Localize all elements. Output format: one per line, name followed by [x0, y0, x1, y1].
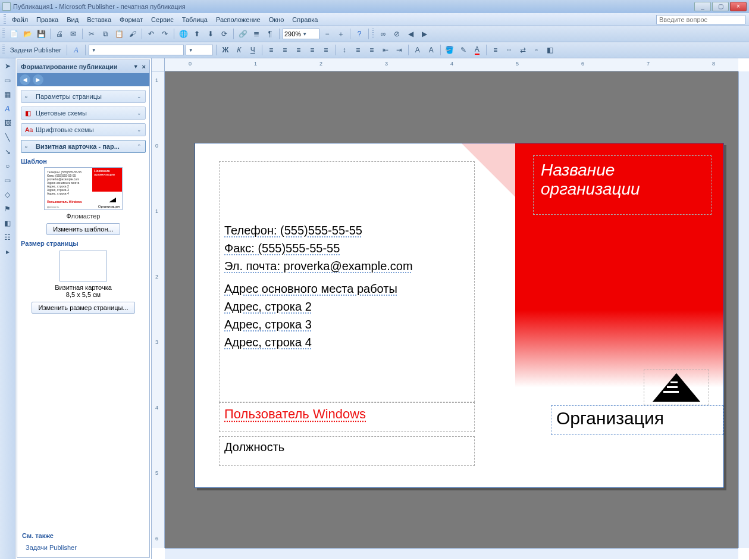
logo-frame[interactable] — [644, 370, 709, 405]
vertical-ruler[interactable]: 1 0 1 2 3 4 5 6 — [152, 71, 165, 548]
menu-view[interactable]: Вид — [63, 15, 82, 24]
grip-handle[interactable] — [2, 45, 5, 55]
picture-tool[interactable]: 🖼 — [2, 118, 13, 129]
org-caption-frame[interactable]: Организация — [551, 405, 723, 435]
rotate-button[interactable]: ⟳ — [218, 28, 230, 40]
justify-button[interactable]: ≡ — [306, 44, 318, 56]
oval-tool[interactable]: ○ — [2, 161, 13, 171]
rectangle-tool[interactable]: ▭ — [2, 175, 13, 186]
change-template-button[interactable]: Изменить шаблон... — [46, 223, 120, 235]
line-tool[interactable]: ╲ — [2, 132, 13, 143]
arrow-tool[interactable]: ↘ — [2, 146, 13, 157]
open-button[interactable]: 📂 — [21, 28, 33, 40]
org-name-frame[interactable]: Название организации — [533, 155, 712, 215]
columns-button[interactable]: ≣ — [250, 28, 262, 40]
cut-button[interactable]: ✂ — [86, 28, 98, 40]
minimize-button[interactable]: _ — [694, 2, 711, 11]
special-chars-button[interactable]: ¶ — [264, 28, 276, 40]
align-center-button[interactable]: ≡ — [279, 44, 291, 56]
arrow-style-button[interactable]: ⇄ — [517, 44, 529, 56]
line-spacing-button[interactable]: ↕ — [339, 44, 350, 56]
page-size-preview[interactable] — [59, 251, 107, 281]
underline-button[interactable]: Ч — [247, 44, 259, 56]
more-tools[interactable]: ▸ — [2, 246, 13, 257]
bookmark-tool[interactable]: ⚑ — [2, 204, 13, 214]
align-left-button[interactable]: ≡ — [265, 44, 277, 56]
new-button[interactable]: 📄 — [8, 28, 20, 40]
font-size-combo[interactable]: ▼ — [186, 45, 213, 55]
increase-font-button[interactable]: A — [425, 44, 437, 56]
section-business-card[interactable]: ▫Визитная карточка - пар...⌃ — [21, 140, 146, 153]
design-gallery-tool[interactable]: ◧ — [2, 218, 13, 229]
nav-fwd-button[interactable]: ► — [33, 74, 43, 85]
copy-button[interactable]: ⧉ — [99, 28, 111, 40]
section-font-schemes[interactable]: AaШрифтовые схемы⌄ — [21, 123, 146, 136]
nav-back-button[interactable]: ◄ — [20, 74, 30, 85]
menu-window[interactable]: Окно — [265, 15, 288, 24]
grip-handle[interactable] — [4, 14, 6, 25]
template-thumbnail[interactable]: Телефон: (555)555-55-55Факс: (555)555-55… — [40, 167, 126, 220]
3d-button[interactable]: ◧ — [544, 44, 556, 56]
menu-file[interactable]: Файл — [8, 15, 32, 24]
fill-color-button[interactable]: 🪣 — [444, 44, 456, 56]
mail-button[interactable]: ✉ — [67, 28, 79, 40]
role-frame[interactable]: Должность — [219, 436, 475, 466]
change-page-size-button[interactable]: Изменить размер страницы... — [32, 302, 134, 314]
send-back-button[interactable]: ⬇ — [205, 28, 217, 40]
ask-question-input[interactable] — [656, 15, 745, 24]
dash-style-button[interactable]: ┄ — [503, 44, 515, 56]
menu-tools[interactable]: Сервис — [148, 15, 177, 24]
publisher-tasks-button[interactable]: Задачи Publisher — [8, 45, 64, 55]
menu-arrange[interactable]: Расположение — [212, 15, 264, 24]
zoom-combo[interactable]: 290%▼ — [283, 29, 319, 39]
zoom-in-button[interactable]: ＋ — [335, 28, 347, 40]
publication-page[interactable]: Название организации Телефон: (555)555-5… — [195, 143, 724, 488]
pointer-tool[interactable]: ➤ — [2, 61, 13, 71]
bring-front-button[interactable]: ⬆ — [191, 28, 203, 40]
decrease-indent-button[interactable]: ⇤ — [380, 44, 391, 56]
decrease-font-button[interactable]: A — [412, 44, 424, 56]
wordart-tool[interactable]: A — [2, 104, 13, 114]
increase-indent-button[interactable]: ⇥ — [393, 44, 405, 56]
maximize-button[interactable]: ▢ — [712, 2, 729, 11]
print-button[interactable]: 🖨 — [54, 28, 65, 40]
styles-button[interactable]: A — [70, 44, 82, 56]
section-color-schemes[interactable]: ◧Цветовые схемы⌄ — [21, 107, 146, 120]
format-painter-button[interactable]: 🖌 — [127, 28, 139, 40]
numbering-button[interactable]: ≡ — [352, 44, 364, 56]
insert-hyperlink-button[interactable]: 🔗 — [237, 28, 249, 40]
section-page-options[interactable]: ▫Параметры страницы⌄ — [21, 90, 146, 103]
italic-button[interactable]: К — [233, 44, 245, 56]
help-button[interactable]: ? — [353, 28, 365, 40]
menu-help[interactable]: Справка — [289, 15, 321, 24]
vertical-scrollbar[interactable] — [738, 71, 749, 548]
menu-edit[interactable]: Правка — [33, 15, 62, 24]
next-frame-button[interactable]: ▶ — [418, 28, 430, 40]
line-style-button[interactable]: ≡ — [490, 44, 502, 56]
paste-button[interactable]: 📋 — [113, 28, 125, 40]
grip-handle[interactable] — [372, 29, 374, 39]
document-viewport[interactable]: Название организации Телефон: (555)555-5… — [165, 71, 738, 548]
shadow-button[interactable]: ▫ — [531, 44, 543, 56]
menu-format[interactable]: Формат — [116, 15, 146, 24]
menu-insert[interactable]: Вставка — [83, 15, 115, 24]
horizontal-ruler[interactable]: 0 1 2 3 4 5 6 7 8 — [165, 58, 738, 71]
close-button[interactable]: × — [730, 2, 747, 11]
menu-table[interactable]: Таблица — [178, 15, 211, 24]
autoshapes-tool[interactable]: ◇ — [2, 189, 13, 200]
item-tool[interactable]: ☷ — [2, 232, 13, 243]
textbox-tool[interactable]: ▭ — [2, 75, 13, 86]
taskpane-close[interactable]: × — [142, 63, 146, 70]
taskpane-dropdown[interactable]: ▼ — [133, 64, 139, 70]
horizontal-scrollbar[interactable] — [165, 548, 738, 559]
align-right-button[interactable]: ≡ — [293, 44, 305, 56]
prev-frame-button[interactable]: ◀ — [405, 28, 416, 40]
distribute-button[interactable]: ≡ — [320, 44, 332, 56]
bold-button[interactable]: Ж — [220, 44, 231, 56]
web-preview-button[interactable]: 🌐 — [177, 28, 189, 40]
link-button[interactable]: ∞ — [377, 28, 389, 40]
font-combo[interactable]: ▼ — [89, 45, 184, 55]
redo-button[interactable]: ↷ — [159, 28, 171, 40]
undo-button[interactable]: ↶ — [145, 28, 157, 40]
contact-info-frame[interactable]: Телефон: (555)555-55-55 Факс: (555)555-5… — [219, 161, 475, 402]
